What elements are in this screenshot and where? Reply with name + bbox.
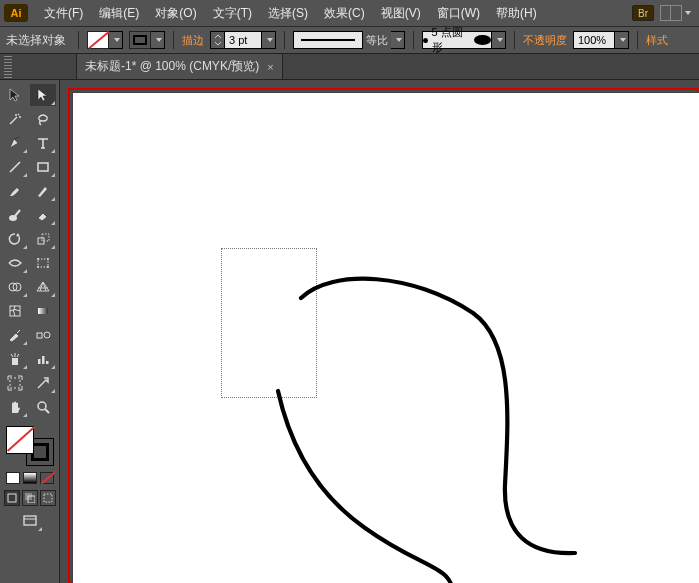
color-mode-row — [2, 472, 57, 484]
symbol-sprayer-tool[interactable] — [2, 348, 28, 370]
artboard-tool[interactable] — [2, 372, 28, 394]
menu-window[interactable]: 窗口(W) — [429, 2, 488, 25]
fill-color-box[interactable] — [6, 426, 34, 454]
width-tool[interactable] — [2, 252, 28, 274]
stroke-profile[interactable]: 等比 — [293, 31, 405, 49]
menu-select[interactable]: 选择(S) — [260, 2, 316, 25]
zoom-tool[interactable] — [30, 396, 56, 418]
pen-tool[interactable] — [2, 132, 28, 154]
opacity-label[interactable]: 不透明度 — [523, 33, 567, 48]
type-tool[interactable] — [30, 132, 56, 154]
brush-definition[interactable]: 5 点圆形 — [422, 31, 506, 49]
screen-mode-button[interactable] — [17, 510, 43, 532]
rectangle-tool[interactable] — [30, 156, 56, 178]
rotate-tool[interactable] — [2, 228, 28, 250]
scale-tool[interactable] — [30, 228, 56, 250]
divider — [284, 31, 285, 49]
close-tab-button[interactable]: × — [267, 61, 273, 73]
draw-inside-mode[interactable] — [40, 490, 56, 506]
menu-help[interactable]: 帮助(H) — [488, 2, 545, 25]
svg-rect-5 — [38, 259, 48, 267]
menu-type[interactable]: 文字(T) — [205, 2, 260, 25]
svg-point-8 — [37, 266, 39, 268]
blob-brush-tool[interactable] — [2, 204, 28, 226]
divider — [514, 31, 515, 49]
paintbrush-tool[interactable] — [2, 180, 28, 202]
color-mode-gradient[interactable] — [23, 472, 37, 484]
lasso-tool[interactable] — [30, 108, 56, 130]
fill-swatch[interactable] — [87, 31, 123, 49]
direct-selection-tool[interactable] — [30, 84, 56, 106]
panel-grip-icon[interactable] — [4, 56, 12, 78]
svg-rect-16 — [12, 358, 18, 365]
svg-rect-13 — [38, 308, 48, 314]
workspace-switcher[interactable] — [660, 5, 691, 21]
svg-point-6 — [37, 258, 39, 260]
svg-point-9 — [47, 266, 49, 268]
shape-builder-tool[interactable] — [2, 276, 28, 298]
stroke-weight-field[interactable]: 3 pt — [210, 31, 276, 49]
color-mode-solid[interactable] — [6, 472, 20, 484]
free-transform-tool[interactable] — [30, 252, 56, 274]
svg-line-22 — [45, 409, 49, 413]
svg-point-15 — [44, 332, 50, 338]
svg-rect-14 — [37, 333, 42, 338]
svg-rect-12 — [10, 306, 20, 316]
menu-view[interactable]: 视图(V) — [373, 2, 429, 25]
line-tool[interactable] — [2, 156, 28, 178]
magic-wand-tool[interactable] — [2, 108, 28, 130]
selection-status: 未选择对象 — [6, 32, 66, 49]
pencil-tool[interactable] — [30, 180, 56, 202]
toolbox — [0, 80, 60, 583]
svg-rect-19 — [46, 361, 49, 364]
mesh-tool[interactable] — [2, 300, 28, 322]
hand-tool[interactable] — [2, 396, 28, 418]
work-area — [0, 80, 699, 583]
bridge-icon[interactable]: Br — [632, 5, 654, 21]
document-tab[interactable]: 未标题-1* @ 100% (CMYK/预览) × — [76, 53, 283, 79]
stroke-label[interactable]: 描边 — [182, 33, 204, 48]
divider — [413, 31, 414, 49]
svg-rect-27 — [24, 516, 36, 525]
slice-tool[interactable] — [30, 372, 56, 394]
eyedropper-tool[interactable] — [2, 324, 28, 346]
svg-line-0 — [10, 162, 20, 172]
column-graph-tool[interactable] — [30, 348, 56, 370]
svg-point-7 — [47, 258, 49, 260]
svg-rect-3 — [38, 238, 44, 244]
svg-rect-1 — [38, 163, 48, 171]
svg-rect-17 — [38, 359, 41, 364]
selection-tool[interactable] — [2, 84, 28, 106]
canvas[interactable] — [60, 80, 699, 583]
menu-object[interactable]: 对象(O) — [147, 2, 204, 25]
options-bar: 未选择对象 描边 3 pt 等比 5 点圆形 不透明度 100% 样式 — [0, 26, 699, 54]
perspective-grid-tool[interactable] — [30, 276, 56, 298]
app-badge-icon: Ai — [4, 4, 28, 22]
color-mode-none[interactable] — [40, 472, 54, 484]
svg-rect-18 — [42, 356, 45, 364]
opacity-field[interactable]: 100% — [573, 31, 629, 49]
divider — [78, 31, 79, 49]
menu-effect[interactable]: 效果(C) — [316, 2, 373, 25]
document-tab-title: 未标题-1* @ 100% (CMYK/预览) — [85, 58, 259, 75]
document-tab-strip: 未标题-1* @ 100% (CMYK/预览) × — [0, 54, 699, 80]
divider — [637, 31, 638, 49]
divider — [173, 31, 174, 49]
style-label[interactable]: 样式 — [646, 33, 668, 48]
menu-file[interactable]: 文件(F) — [36, 2, 91, 25]
eraser-tool[interactable] — [30, 204, 56, 226]
draw-behind-mode[interactable] — [22, 490, 38, 506]
menu-bar: Ai 文件(F) 编辑(E) 对象(O) 文字(T) 选择(S) 效果(C) 视… — [0, 0, 699, 26]
fill-stroke-indicator[interactable] — [4, 424, 56, 468]
artboard[interactable] — [72, 92, 699, 583]
menu-edit[interactable]: 编辑(E) — [91, 2, 147, 25]
draw-normal-mode[interactable] — [4, 490, 20, 506]
svg-rect-20 — [10, 378, 20, 388]
blend-tool[interactable] — [30, 324, 56, 346]
svg-point-21 — [38, 402, 46, 410]
stroke-swatch[interactable] — [129, 31, 165, 49]
gradient-tool[interactable] — [30, 300, 56, 322]
drawn-paths — [73, 93, 699, 583]
svg-rect-23 — [8, 494, 16, 502]
svg-rect-26 — [44, 494, 52, 502]
